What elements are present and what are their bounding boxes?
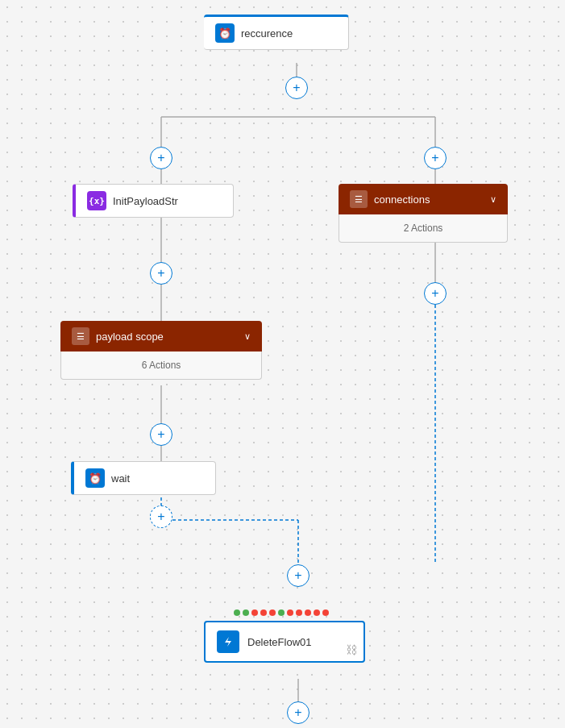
dot-6	[278, 609, 285, 616]
dot-1	[234, 609, 240, 616]
payload-scope-chevron: ∨	[244, 331, 251, 342]
add-btn-right-1[interactable]: +	[424, 147, 447, 169]
delete-flow-node[interactable]: DeleteFlow01 ⛓	[204, 621, 365, 663]
dot-9	[305, 609, 311, 616]
recurrence-icon: ⏰	[215, 23, 235, 43]
add-btn-left-1[interactable]: +	[150, 147, 172, 169]
delete-flow-link-icon: ⛓	[346, 643, 357, 656]
payload-scope-label: payload scope	[96, 331, 231, 343]
add-btn-after-delete[interactable]: +	[287, 701, 310, 724]
connections-scope[interactable]: ☰ connections ∨ 2 Actions	[339, 184, 508, 243]
wait-icon: ⏰	[85, 468, 105, 488]
add-btn-connections-bottom[interactable]: +	[424, 282, 447, 305]
init-payload-node[interactable]: {x} InitPayloadStr	[73, 184, 234, 218]
init-payload-icon: {x}	[87, 191, 106, 210]
add-btn-after-payload-scope[interactable]: +	[150, 423, 172, 446]
init-payload-label: InitPayloadStr	[113, 195, 178, 207]
add-btn-before-delete[interactable]: +	[287, 564, 310, 587]
recurrence-node[interactable]: ⏰ reccurence	[204, 15, 349, 50]
dot-4	[260, 609, 267, 616]
payload-scope-icon: ☰	[72, 327, 89, 345]
flow-canvas: ⏰ reccurence + + + {x} InitPayloadStr ☰ …	[0, 0, 565, 728]
delete-flow-label: DeleteFlow01	[247, 636, 312, 648]
recurrence-label: reccurence	[241, 27, 293, 40]
connections-icon: ☰	[350, 190, 368, 208]
dot-2	[243, 609, 249, 616]
dot-8	[296, 609, 302, 616]
add-btn-left-2[interactable]: +	[150, 262, 172, 285]
delete-flow-icon	[217, 630, 239, 653]
dot-3	[251, 609, 258, 616]
status-dots	[234, 609, 329, 616]
connections-label: connections	[374, 193, 477, 206]
connections-actions: 2 Actions	[339, 214, 508, 243]
dot-5	[269, 609, 276, 616]
dot-7	[287, 609, 293, 616]
payload-scope[interactable]: ☰ payload scope ∨ 6 Actions	[60, 321, 262, 380]
add-btn-after-wait[interactable]: +	[150, 505, 172, 528]
wait-node[interactable]: ⏰ wait	[71, 461, 216, 495]
dot-10	[314, 609, 320, 616]
connections-chevron: ∨	[490, 194, 496, 205]
add-btn-after-recurrence[interactable]: +	[285, 77, 308, 99]
dot-11	[322, 609, 329, 616]
payload-scope-actions: 6 Actions	[60, 352, 262, 380]
wait-label: wait	[111, 472, 130, 485]
